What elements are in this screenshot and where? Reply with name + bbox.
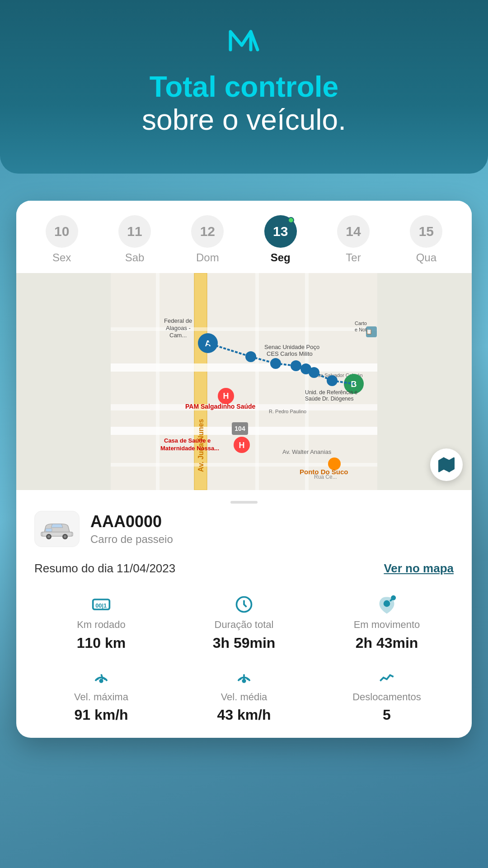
svg-text:00|1: 00|1 <box>95 603 107 609</box>
day-label: Sex <box>52 251 71 264</box>
day-number: 13 <box>264 215 297 248</box>
svg-point-67 <box>385 601 389 606</box>
header-title-cyan: Total controle <box>18 71 470 103</box>
day-label: Seg <box>271 251 291 264</box>
stat-trips-label: Deslocamentos <box>352 691 421 703</box>
handle-indicator <box>230 501 258 504</box>
svg-text:Cam...: Cam... <box>169 332 187 339</box>
trips-icon <box>377 666 397 688</box>
svg-text:Maternidade Nossa...: Maternidade Nossa... <box>160 445 219 452</box>
svg-text:Alagoas -: Alagoas - <box>166 325 191 331</box>
day-number: 10 <box>46 215 78 248</box>
stat-trips: Deslocamentos 5 <box>320 666 454 723</box>
stat-moving: Em movimento 2h 43min <box>320 594 454 651</box>
stat-avg-speed-value: 43 km/h <box>217 707 271 723</box>
avg-speed-icon <box>234 666 254 688</box>
svg-line-70 <box>97 678 99 679</box>
svg-text:e Not: e Not <box>355 327 366 332</box>
movement-icon <box>377 594 397 615</box>
day-item-11[interactable]: 11Sab <box>98 215 171 264</box>
svg-text:📋: 📋 <box>366 328 372 335</box>
svg-line-71 <box>104 678 105 679</box>
svg-text:CES Carlos Milito: CES Carlos Milito <box>267 350 313 357</box>
svg-marker-55 <box>439 458 454 472</box>
svg-line-73 <box>240 678 241 679</box>
svg-point-49 <box>291 360 301 371</box>
svg-text:B: B <box>351 380 357 389</box>
map-view-button[interactable] <box>430 448 463 481</box>
stat-max-speed: Vel. máxima 91 km/h <box>34 666 168 723</box>
day-number: 12 <box>191 215 224 248</box>
day-item-12[interactable]: 12Dom <box>171 215 244 264</box>
stat-trips-value: 5 <box>383 707 391 723</box>
svg-point-47 <box>245 351 256 362</box>
stat-moving-value: 2h 43min <box>356 635 418 651</box>
vehicle-info: AAA0000 Carro de passeio <box>90 512 173 546</box>
svg-rect-4 <box>111 363 377 372</box>
day-label: Qua <box>416 251 436 264</box>
svg-point-60 <box>47 535 50 538</box>
day-item-13[interactable]: 13Seg <box>244 215 317 264</box>
day-item-14[interactable]: 14Ter <box>317 215 389 264</box>
map-link[interactable]: Ver no mapa <box>384 561 454 576</box>
svg-text:Federal de: Federal de <box>164 317 192 324</box>
svg-text:Senac Unidade Poço: Senac Unidade Poço <box>264 344 319 350</box>
svg-point-48 <box>270 358 281 369</box>
stat-km-value: 110 km <box>77 635 126 651</box>
main-card: 10Sex11Sab12Dom13Seg14Ter15Qua Av. Juca … <box>16 201 472 738</box>
day-label: Ter <box>346 251 361 264</box>
svg-text:Ponto Do Suco: Ponto Do Suco <box>300 468 348 476</box>
stat-km: 00|1 Km rodado 110 km <box>34 594 168 651</box>
vehicle-icon-box <box>34 511 80 547</box>
stats-grid: 00|1 Km rodado 110 km Duração total 3h 5… <box>34 594 454 723</box>
stat-moving-label: Em movimento <box>354 619 420 631</box>
day-label: Dom <box>196 251 219 264</box>
svg-rect-10 <box>305 273 309 490</box>
vehicle-type: Carro de passeio <box>90 533 173 546</box>
header-title-white: sobre o veículo. <box>18 103 470 137</box>
stat-max-speed-value: 91 km/h <box>74 707 128 723</box>
stat-avg-speed: Vel. média 43 km/h <box>177 666 311 723</box>
clock-icon <box>234 594 254 615</box>
day-number: 14 <box>337 215 370 248</box>
svg-rect-63 <box>46 528 52 532</box>
stat-duration: Duração total 3h 59min <box>177 594 311 651</box>
max-speed-icon <box>91 666 111 688</box>
svg-text:104: 104 <box>235 425 245 432</box>
stat-duration-value: 3h 59min <box>213 635 276 651</box>
app-logo <box>18 27 470 60</box>
svg-text:Carto: Carto <box>355 321 367 326</box>
stat-duration-label: Duração total <box>215 619 274 631</box>
vehicle-section: AAA0000 Carro de passeio Resumo do dia 1… <box>16 511 472 738</box>
panel-handle[interactable] <box>16 490 472 511</box>
vehicle-header: AAA0000 Carro de passeio <box>34 511 454 547</box>
svg-rect-9 <box>255 273 259 490</box>
svg-point-51 <box>309 367 319 378</box>
svg-rect-7 <box>111 327 377 331</box>
svg-text:Saúde Dr. Diógenes: Saúde Dr. Diógenes <box>305 396 353 402</box>
svg-point-52 <box>327 375 338 386</box>
day-item-10[interactable]: 10Sex <box>25 215 98 264</box>
svg-text:R. Pedro Paulino: R. Pedro Paulino <box>269 409 306 414</box>
map-area: Av. Juca Nunes Av. Walter Ananias R. Ped… <box>16 273 472 490</box>
day-item-15[interactable]: 15Qua <box>390 215 463 264</box>
svg-rect-11 <box>156 273 160 490</box>
stat-avg-speed-label: Vel. média <box>221 691 267 703</box>
svg-text:H: H <box>239 441 245 450</box>
svg-line-74 <box>247 678 248 679</box>
summary-row: Resumo do dia 11/04/2023 Ver no mapa <box>34 561 454 576</box>
summary-label: Resumo do dia 11/04/2023 <box>34 561 175 576</box>
svg-text:Av. Walter Ananias: Av. Walter Ananias <box>282 448 332 455</box>
svg-text:PAM Salgadinho Saúde: PAM Salgadinho Saúde <box>185 403 256 410</box>
vehicle-plate: AAA0000 <box>90 512 173 531</box>
odometer-icon: 00|1 <box>91 594 111 615</box>
day-number: 15 <box>410 215 442 248</box>
svg-text:Unid. de Referência e: Unid. de Referência e <box>305 389 357 396</box>
svg-point-62 <box>64 535 66 538</box>
active-dot <box>288 217 294 223</box>
day-selector: 10Sex11Sab12Dom13Seg14Ter15Qua <box>16 201 472 273</box>
day-number: 11 <box>118 215 151 248</box>
day-label: Sab <box>125 251 145 264</box>
svg-point-68 <box>392 596 395 599</box>
stat-max-speed-label: Vel. máxima <box>74 691 128 703</box>
